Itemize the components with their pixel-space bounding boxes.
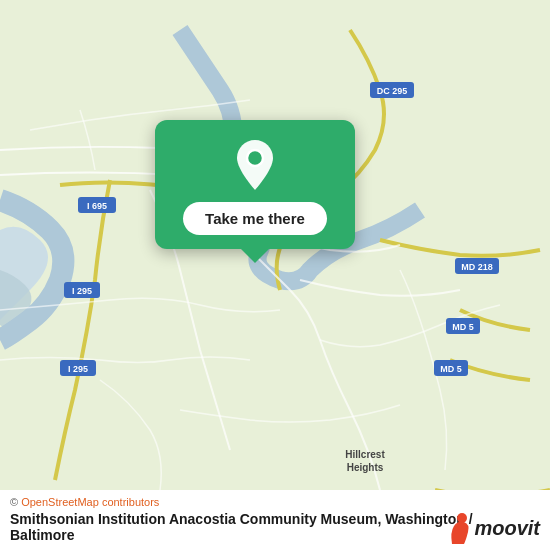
map-attribution: © OpenStreetMap contributors	[10, 496, 540, 508]
svg-text:MD 5: MD 5	[452, 322, 474, 332]
map-container: I 695 DC 295 DC 295 MD 218 MD 5 MD 5 I 2…	[0, 0, 550, 550]
copyright-symbol: ©	[10, 496, 21, 508]
svg-text:I 695: I 695	[87, 201, 107, 211]
moovit-logo: moovit	[444, 512, 540, 544]
svg-text:I 295: I 295	[72, 286, 92, 296]
svg-text:Heights: Heights	[347, 462, 384, 473]
svg-point-21	[247, 150, 263, 166]
svg-text:DC 295: DC 295	[377, 86, 408, 96]
svg-point-22	[457, 513, 467, 523]
map-background: I 695 DC 295 DC 295 MD 218 MD 5 MD 5 I 2…	[0, 0, 550, 550]
svg-text:Hillcrest: Hillcrest	[345, 449, 385, 460]
location-popup: Take me there	[155, 120, 355, 249]
svg-text:MD 5: MD 5	[440, 364, 462, 374]
osm-link[interactable]: OpenStreetMap contributors	[21, 496, 159, 508]
moovit-brand-text: moovit	[474, 517, 540, 540]
location-pin-icon	[228, 138, 282, 192]
footer: © OpenStreetMap contributors Smithsonian…	[0, 490, 550, 550]
svg-text:I 295: I 295	[68, 364, 88, 374]
take-me-there-button[interactable]: Take me there	[183, 202, 327, 235]
svg-text:MD 218: MD 218	[461, 262, 493, 272]
